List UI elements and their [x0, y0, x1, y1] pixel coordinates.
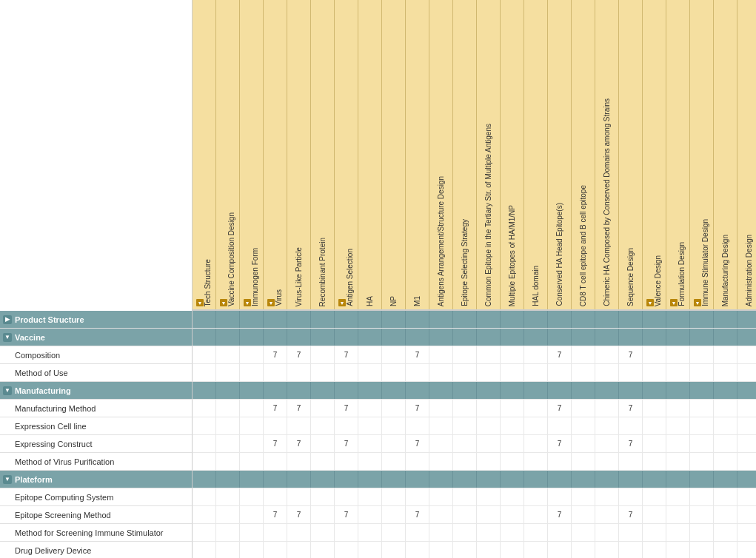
- cell-vaccine-conserved_ha: [548, 329, 572, 346]
- row-label-product_structure: Product Structure: [15, 315, 84, 324]
- col-header-tech_structure[interactable]: ▼Tech Structure: [193, 0, 216, 309]
- cell-epitope_computing-administration_design: [737, 488, 756, 505]
- cell-expression_cell_line-conserved_ha: [548, 417, 572, 434]
- cell-drug_delivery-manufacturing_design: [714, 542, 737, 558]
- cell-manufacturing_method-recombinant_protein: [311, 400, 335, 417]
- cell-epitope_screening_method-virus: 7: [264, 506, 287, 523]
- cell-epitope_computing-hal_domain: [524, 488, 548, 505]
- cell-drug_delivery-valence_design: [643, 542, 666, 558]
- row-header-plateform[interactable]: ▼Plateform: [0, 471, 193, 488]
- cell-manufacturing-vaccine_composition_design: [216, 382, 240, 399]
- cell-method_of_use-manufacturing_design: [714, 364, 737, 381]
- filter-icon-antigen_selection[interactable]: ▼: [338, 299, 346, 306]
- cell-method_of_use-virus: [264, 364, 287, 381]
- cell-composition-formulation_design: [666, 346, 690, 363]
- cell-manufacturing_method-sequence_design: 7: [619, 400, 643, 417]
- col-header-valence_design[interactable]: ▼Valence Design: [643, 0, 666, 309]
- cell-epitope_screening_method-epitope_selecting: [453, 506, 477, 523]
- cell-manufacturing_method-ha: [358, 400, 382, 417]
- cell-method_virus_purification-chimeric_ha: [595, 453, 619, 470]
- cell-method_virus_purification-common_epitope: [477, 453, 501, 470]
- cell-manufacturing-chimeric_ha: [595, 382, 619, 399]
- cell-product_structure-m1: [406, 311, 429, 328]
- cell-epitope_computing-np: [382, 488, 406, 505]
- row-label-composition: Composition: [15, 351, 60, 360]
- data-row-epitope_computing: [193, 488, 756, 506]
- cell-vaccine-immune_stimulator: [690, 329, 714, 346]
- grid-container: ▼Tech Structure▼Vaccine Composition Desi…: [193, 0, 756, 558]
- cell-product_structure-immunogen_form: [240, 311, 264, 328]
- cell-product_structure-antigen_selection: [335, 311, 358, 328]
- col-header-virus[interactable]: ▼Virus: [264, 0, 287, 309]
- cell-value-manufacturing_method-conserved_ha: 7: [558, 404, 562, 412]
- cell-method_of_use-cd8_t_cell: [572, 364, 595, 381]
- data-row-vaccine: [193, 329, 756, 346]
- cell-manufacturing_method-conserved_ha: 7: [548, 400, 572, 417]
- col-header-immune_stimulator[interactable]: ▼Immune Stimulator Design: [690, 0, 714, 309]
- cell-epitope_screening_method-tech_structure: [193, 506, 216, 523]
- cell-composition-recombinant_protein: [311, 346, 335, 363]
- header-spacer: [0, 0, 193, 311]
- cell-manufacturing_method-manufacturing_design: [714, 400, 737, 417]
- col-header-sequence_design: Sequence Design: [619, 0, 643, 309]
- cell-vaccine-tech_structure: [193, 329, 216, 346]
- cell-plateform-formulation_design: [666, 471, 690, 488]
- cell-expressing_construct-conserved_ha: 7: [548, 435, 572, 452]
- filter-icon-immune_stimulator[interactable]: ▼: [694, 299, 701, 306]
- cell-epitope_computing-epitope_selecting: [453, 488, 477, 505]
- col-header-immunogen_form[interactable]: ▼Immunogen Form: [240, 0, 264, 309]
- cell-product_structure-administration_design: [737, 311, 756, 328]
- cell-manufacturing-recombinant_protein: [311, 382, 335, 399]
- cell-composition-manufacturing_design: [714, 346, 737, 363]
- cell-manufacturing_method-formulation_design: [666, 400, 690, 417]
- cell-plateform-ha: [358, 471, 382, 488]
- cell-method_of_use-ha: [358, 364, 382, 381]
- group-arrow-vaccine[interactable]: ▼: [3, 333, 12, 342]
- cell-method_screening_immune-administration_design: [737, 524, 756, 541]
- cell-manufacturing_method-hal_domain: [524, 400, 548, 417]
- filter-icon-virus[interactable]: ▼: [267, 299, 275, 306]
- filter-icon-immunogen_form[interactable]: ▼: [244, 299, 251, 306]
- group-arrow-product_structure[interactable]: ▶: [3, 315, 12, 324]
- col-header-vaccine_composition_design[interactable]: ▼Vaccine Composition Design: [216, 0, 240, 309]
- cell-drug_delivery-np: [382, 542, 406, 558]
- cell-expression_cell_line-antigens_arrangement: [429, 417, 453, 434]
- cell-product_structure-np: [382, 311, 406, 328]
- cell-value-composition-antigen_selection: 7: [344, 351, 349, 359]
- filter-icon-tech_structure[interactable]: ▼: [196, 299, 204, 306]
- cell-method_of_use-common_epitope: [477, 364, 501, 381]
- filter-icon-formulation_design[interactable]: ▼: [670, 299, 678, 306]
- group-arrow-manufacturing[interactable]: ▼: [3, 386, 12, 395]
- cell-drug_delivery-antigens_arrangement: [429, 542, 453, 558]
- cell-epitope_computing-virus: [264, 488, 287, 505]
- data-row-method_of_use: [193, 364, 756, 382]
- cell-product_structure-hal_domain: [524, 311, 548, 328]
- col-header-formulation_design[interactable]: ▼Formulation Design: [666, 0, 690, 309]
- cell-product_structure-tech_structure: [193, 311, 216, 328]
- row-label-drug_delivery: Drug Delivery Device: [15, 546, 91, 555]
- col-label-vaccine_composition_design: Vaccine Composition Design: [227, 212, 235, 306]
- col-header-hal_domain: HAL domain: [524, 0, 548, 309]
- row-header-manufacturing[interactable]: ▼Manufacturing: [0, 382, 193, 400]
- col-header-antigen_selection[interactable]: ▼Antigen Selection: [335, 0, 358, 309]
- cell-method_of_use-administration_design: [737, 364, 756, 381]
- cell-composition-ha: [358, 346, 382, 363]
- row-label-plateform: Plateform: [15, 475, 53, 484]
- filter-icon-vaccine_composition_design[interactable]: ▼: [220, 299, 227, 306]
- cell-manufacturing-antigen_selection: [335, 382, 358, 399]
- cell-epitope_screening_method-virus_like_particle: 7: [287, 506, 311, 523]
- cell-method_screening_immune-tech_structure: [193, 524, 216, 541]
- cell-plateform-sequence_design: [619, 471, 643, 488]
- group-arrow-plateform[interactable]: ▼: [3, 475, 12, 484]
- cell-vaccine-m1: [406, 329, 429, 346]
- cell-vaccine-np: [382, 329, 406, 346]
- row-header-product_structure[interactable]: ▶Product Structure: [0, 311, 193, 329]
- row-header-vaccine[interactable]: ▼Vaccine: [0, 329, 193, 346]
- filter-icon-valence_design[interactable]: ▼: [646, 299, 654, 306]
- cell-expression_cell_line-virus_like_particle: [287, 417, 311, 434]
- col-label-hal_domain: HAL domain: [532, 266, 540, 306]
- cell-vaccine-antigen_selection: [335, 329, 358, 346]
- cell-method_of_use-tech_structure: [193, 364, 216, 381]
- cell-composition-cd8_t_cell: [572, 346, 595, 363]
- cell-method_virus_purification-ha: [358, 453, 382, 470]
